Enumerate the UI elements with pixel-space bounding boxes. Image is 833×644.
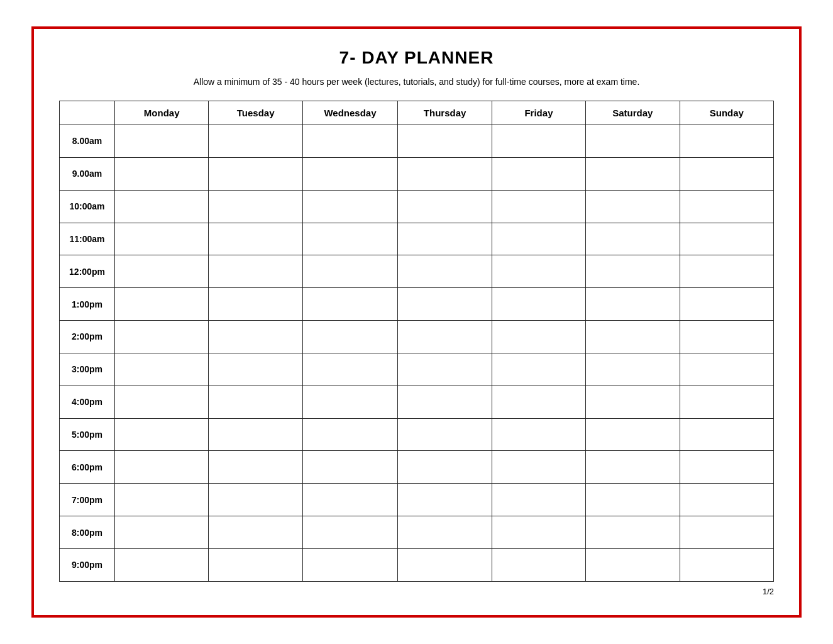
schedule-cell[interactable] (680, 190, 773, 223)
schedule-cell[interactable] (492, 418, 586, 451)
schedule-cell[interactable] (492, 516, 586, 549)
schedule-cell[interactable] (398, 516, 492, 549)
schedule-cell[interactable] (492, 484, 586, 516)
schedule-cell[interactable] (398, 223, 492, 255)
schedule-cell[interactable] (209, 386, 303, 418)
schedule-cell[interactable] (398, 288, 492, 321)
schedule-cell[interactable] (492, 125, 586, 158)
schedule-cell[interactable] (680, 223, 773, 255)
table-row: 1:00pm (60, 288, 774, 321)
schedule-cell[interactable] (585, 125, 680, 158)
schedule-cell[interactable] (302, 484, 397, 516)
schedule-cell[interactable] (680, 418, 773, 451)
schedule-cell[interactable] (492, 190, 586, 223)
schedule-cell[interactable] (114, 255, 208, 288)
schedule-cell[interactable] (114, 516, 208, 549)
schedule-cell[interactable] (114, 321, 208, 353)
schedule-cell[interactable] (398, 548, 492, 581)
schedule-cell[interactable] (209, 190, 303, 223)
schedule-cell[interactable] (114, 353, 208, 386)
schedule-cell[interactable] (585, 484, 680, 516)
schedule-cell[interactable] (398, 157, 492, 190)
schedule-cell[interactable] (114, 288, 208, 321)
schedule-cell[interactable] (398, 190, 492, 223)
schedule-cell[interactable] (209, 484, 303, 516)
schedule-cell[interactable] (398, 386, 492, 418)
schedule-cell[interactable] (114, 157, 208, 190)
schedule-cell[interactable] (209, 418, 303, 451)
schedule-cell[interactable] (492, 548, 586, 581)
schedule-cell[interactable] (114, 418, 208, 451)
schedule-cell[interactable] (398, 451, 492, 484)
schedule-cell[interactable] (492, 223, 586, 255)
schedule-cell[interactable] (302, 321, 397, 353)
schedule-cell[interactable] (398, 321, 492, 353)
schedule-cell[interactable] (209, 451, 303, 484)
schedule-cell[interactable] (492, 353, 586, 386)
schedule-cell[interactable] (585, 548, 680, 581)
schedule-cell[interactable] (492, 288, 586, 321)
schedule-cell[interactable] (585, 321, 680, 353)
schedule-cell[interactable] (302, 255, 397, 288)
schedule-cell[interactable] (585, 190, 680, 223)
schedule-cell[interactable] (209, 321, 303, 353)
schedule-cell[interactable] (680, 451, 773, 484)
schedule-cell[interactable] (398, 125, 492, 158)
header-time (60, 101, 115, 125)
schedule-cell[interactable] (209, 157, 303, 190)
schedule-cell[interactable] (492, 451, 586, 484)
schedule-cell[interactable] (114, 125, 208, 158)
schedule-cell[interactable] (114, 548, 208, 581)
schedule-cell[interactable] (209, 353, 303, 386)
schedule-cell[interactable] (209, 125, 303, 158)
schedule-cell[interactable] (680, 255, 773, 288)
schedule-cell[interactable] (680, 386, 773, 418)
schedule-cell[interactable] (585, 255, 680, 288)
schedule-cell[interactable] (492, 255, 586, 288)
schedule-cell[interactable] (302, 353, 397, 386)
schedule-cell[interactable] (398, 484, 492, 516)
schedule-cell[interactable] (680, 548, 773, 581)
schedule-cell[interactable] (302, 451, 397, 484)
schedule-cell[interactable] (398, 255, 492, 288)
schedule-cell[interactable] (209, 548, 303, 581)
schedule-cell[interactable] (680, 353, 773, 386)
schedule-cell[interactable] (585, 451, 680, 484)
schedule-cell[interactable] (492, 386, 586, 418)
schedule-cell[interactable] (585, 157, 680, 190)
schedule-cell[interactable] (302, 223, 397, 255)
schedule-cell[interactable] (114, 451, 208, 484)
schedule-cell[interactable] (302, 125, 397, 158)
schedule-cell[interactable] (114, 484, 208, 516)
schedule-cell[interactable] (680, 484, 773, 516)
schedule-cell[interactable] (209, 255, 303, 288)
schedule-cell[interactable] (492, 157, 586, 190)
schedule-cell[interactable] (302, 418, 397, 451)
schedule-cell[interactable] (114, 190, 208, 223)
schedule-cell[interactable] (585, 223, 680, 255)
schedule-cell[interactable] (585, 288, 680, 321)
schedule-cell[interactable] (209, 223, 303, 255)
schedule-cell[interactable] (302, 190, 397, 223)
schedule-cell[interactable] (398, 418, 492, 451)
schedule-cell[interactable] (585, 386, 680, 418)
schedule-cell[interactable] (114, 386, 208, 418)
schedule-cell[interactable] (585, 353, 680, 386)
schedule-cell[interactable] (302, 516, 397, 549)
schedule-cell[interactable] (302, 386, 397, 418)
schedule-cell[interactable] (680, 288, 773, 321)
schedule-cell[interactable] (585, 516, 680, 549)
schedule-cell[interactable] (585, 418, 680, 451)
schedule-cell[interactable] (302, 548, 397, 581)
schedule-cell[interactable] (302, 157, 397, 190)
schedule-cell[interactable] (209, 516, 303, 549)
schedule-cell[interactable] (680, 125, 773, 158)
schedule-cell[interactable] (302, 288, 397, 321)
schedule-cell[interactable] (680, 516, 773, 549)
schedule-cell[interactable] (680, 321, 773, 353)
schedule-cell[interactable] (398, 353, 492, 386)
schedule-cell[interactable] (114, 223, 208, 255)
schedule-cell[interactable] (209, 288, 303, 321)
schedule-cell[interactable] (680, 157, 773, 190)
schedule-cell[interactable] (492, 321, 586, 353)
